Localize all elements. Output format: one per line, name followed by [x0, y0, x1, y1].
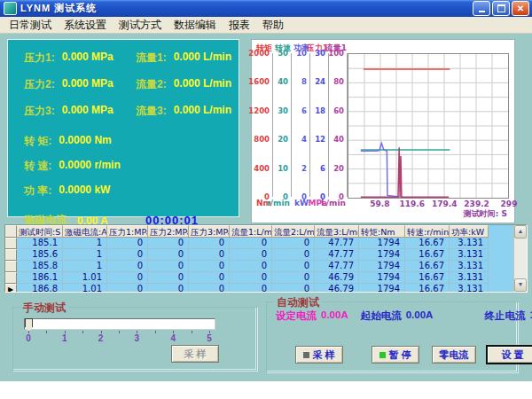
- table-header-cell[interactable]: 激磁电流:A: [63, 225, 107, 238]
- table-cell: 1.01: [63, 272, 107, 284]
- y-axis-tick-label: 40: [278, 77, 288, 86]
- readout-pressure1: 压力1:0.000 MPa: [24, 51, 136, 66]
- table-cell: 3.131: [450, 261, 489, 272]
- table-corner-cell: [5, 225, 17, 238]
- close-icon: ✕: [517, 3, 524, 15]
- table-cell: 16.67: [405, 284, 450, 292]
- table-cell: 16.67: [405, 249, 450, 261]
- restore-icon: [497, 4, 505, 12]
- table-cell: 0: [189, 284, 230, 292]
- readout-torque: 转 矩:0.0000 Nm: [24, 134, 239, 149]
- menu-item-test-mode[interactable]: 测试方式: [113, 17, 168, 34]
- y-axis-tick-label: 18: [315, 106, 325, 115]
- start-current-label: 起始电流: [361, 309, 402, 323]
- menu-item-data-edit[interactable]: 数据编辑: [168, 17, 223, 34]
- y-axis-转矩: 转矩2000160012008004000Nm: [254, 43, 273, 211]
- table-header-cell[interactable]: 功率:kW: [450, 225, 489, 238]
- table-cell: 16.67: [405, 261, 450, 272]
- row-selector-cell[interactable]: [5, 238, 17, 249]
- auto-sample-button[interactable]: 采 样: [295, 346, 343, 364]
- scroll-up-icon[interactable]: ▲: [514, 225, 527, 239]
- row-selector-cell[interactable]: ▶: [5, 284, 17, 292]
- table-cell: 1: [63, 249, 107, 261]
- table-row-filler: [489, 249, 513, 261]
- readout-flow3: 流量3:0.000 L/min: [136, 104, 239, 119]
- menu-item-report[interactable]: 报表: [223, 17, 256, 34]
- y-axis-tick-label: 10: [296, 49, 307, 58]
- table-cell: 185.1: [17, 238, 63, 249]
- table-cell: 185.6: [17, 249, 63, 261]
- table-cell: 0: [148, 284, 189, 292]
- table-header-cell[interactable]: 流量2:L/min: [272, 225, 315, 238]
- chart-series-svg: [348, 54, 508, 198]
- data-table: 测试时间:S激磁电流:A压力1:MPa压力2:MPa压力3:MPa流量1:L/m…: [4, 224, 528, 293]
- x-axis-tick-label: 299: [501, 200, 518, 208]
- table-cell: 0: [272, 261, 315, 272]
- menu-item-help[interactable]: 帮助: [256, 17, 290, 34]
- pause-button[interactable]: 暂 停: [372, 346, 419, 364]
- menu-item-system-settings[interactable]: 系统设置: [58, 17, 113, 34]
- table-scrollbar[interactable]: ▲ ▼: [513, 225, 527, 292]
- minimize-button[interactable]: [473, 1, 490, 16]
- close-button[interactable]: ✕: [512, 1, 529, 16]
- button-label: 暂 停: [388, 348, 411, 362]
- slider-tick: [82, 331, 83, 333]
- table-row[interactable]: 185.610000047.77179416.673.131: [5, 249, 513, 261]
- settings-button[interactable]: 设 置: [487, 346, 532, 364]
- table-header-cell[interactable]: 流量3:L/min: [315, 225, 359, 238]
- table-header-filler: [489, 225, 513, 238]
- slider-track[interactable]: [24, 318, 215, 330]
- table-cell: 0: [148, 261, 189, 272]
- readout-speed: 转 速:0.0000 r/min: [24, 159, 239, 174]
- table-header-cell[interactable]: 转矩:Nm: [359, 225, 405, 238]
- table-cell: 0: [230, 272, 272, 284]
- table-cell: 0: [272, 249, 315, 261]
- table-header-cell[interactable]: 压力2:MPa: [148, 225, 189, 238]
- table-cell: 0: [107, 272, 148, 284]
- table-cell: 0: [272, 272, 315, 284]
- table-header-cell[interactable]: 转速:r/min: [405, 225, 450, 238]
- table-cell: 0: [107, 284, 148, 292]
- chart-x-ticks: 59.8119.6179.4239.2299: [348, 199, 509, 208]
- chart-axes: 转矩2000160012008004000Nm转速50403020100r/mi…: [254, 43, 348, 220]
- menu-bar: 日常测试 系统设置 测试方式 数据编辑 报表 帮助: [0, 17, 532, 34]
- readout-pressure2: 压力2:0.000 MPa: [24, 77, 136, 92]
- readout-pressure3: 压力3:0.000 MPa: [24, 104, 136, 119]
- manual-sample-button[interactable]: 采 样: [171, 345, 219, 363]
- current-slider[interactable]: 012345: [24, 318, 215, 345]
- y-axis-tick-label: 50: [278, 49, 288, 58]
- table-cell: 0: [272, 238, 315, 249]
- readout-power: 功 率:0.0000 kW: [24, 184, 239, 199]
- row-selector-cell[interactable]: [5, 249, 17, 261]
- auto-test-title: 自动测试: [274, 295, 322, 310]
- table-header-cell[interactable]: 流量1:L/min: [230, 225, 272, 238]
- zero-current-button[interactable]: 零电流: [432, 346, 476, 364]
- table-header-cell[interactable]: 压力3:MPa: [189, 225, 230, 238]
- scroll-down-icon[interactable]: ▼: [514, 278, 527, 292]
- x-axis-tick-label: 179.4: [432, 200, 457, 208]
- table-cell: 0: [107, 261, 148, 272]
- restore-button[interactable]: [492, 1, 510, 16]
- table-row-filler: [489, 238, 513, 249]
- table-header-cell[interactable]: 测试时间:S: [17, 225, 63, 238]
- slider-tick-label: 5: [207, 333, 212, 343]
- table-row[interactable]: 185.110000047.77179416.673.131: [5, 238, 513, 249]
- y-axis-tick-label: 24: [315, 77, 325, 86]
- table-header-cell[interactable]: 压力1:MPa: [107, 225, 148, 238]
- slider-tick-label: 1: [62, 333, 67, 343]
- readout-panel: 压力1:0.000 MPa 流量1:0.000 L/min 压力2:0.000 …: [7, 39, 239, 217]
- row-selector-cell[interactable]: [5, 272, 17, 284]
- table-row[interactable]: 186.11.010000046.79179416.673.131: [5, 272, 513, 284]
- row-selector-cell[interactable]: [5, 261, 17, 272]
- table-cell: 47.77: [315, 238, 359, 249]
- chart-x-label: 测试时间: S: [348, 208, 509, 220]
- table-row[interactable]: ▶186.81.010000046.79179416.673.131: [5, 284, 513, 292]
- table-header-row: 测试时间:S激磁电流:A压力1:MPa压力2:MPa压力3:MPa流量1:L/m…: [5, 225, 513, 238]
- table-cell: 3.131: [450, 249, 489, 261]
- y-axis-转速: 转速50403020100r/min: [273, 43, 292, 211]
- table-row[interactable]: 185.810000047.77179416.673.131: [5, 261, 513, 272]
- menu-item-daily-test[interactable]: 日常测试: [3, 17, 58, 34]
- window-title: LYNM 测试系统: [20, 2, 471, 15]
- y-axis-tick-label: 400: [254, 164, 270, 173]
- table-cell: 0: [230, 238, 272, 249]
